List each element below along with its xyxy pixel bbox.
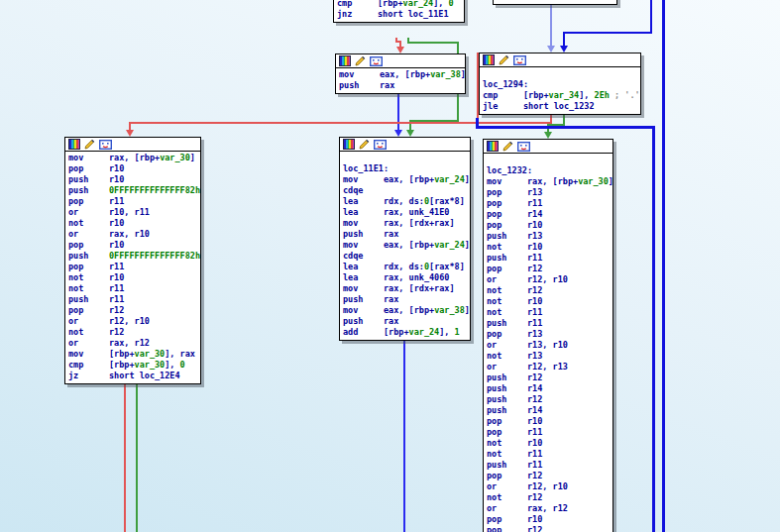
asm-line[interactable]: not r10 xyxy=(487,296,613,307)
asm-line[interactable]: add [rbp+var_24], 1 xyxy=(343,327,470,338)
basic-block-left[interactable]: mov rax, [rbp+var_30]pop r10push r10push… xyxy=(64,137,201,384)
snapshot-icon[interactable] xyxy=(517,142,530,152)
asm-line[interactable]: push rax xyxy=(339,80,465,91)
asm-line[interactable]: pop r10 xyxy=(68,163,200,174)
pencil-edit-icon[interactable] xyxy=(499,54,509,65)
asm-line[interactable]: push r10 xyxy=(68,174,200,185)
asm-line[interactable]: not r10 xyxy=(68,272,200,283)
graph-view-canvas[interactable]: { "app": {"name": "IDA Pro", "view": "di… xyxy=(0,0,780,532)
asm-line[interactable]: or r12, r13 xyxy=(487,362,613,372)
asm-line[interactable]: not r13 xyxy=(487,351,613,362)
asm-line[interactable]: not r12 xyxy=(487,285,613,296)
snapshot-icon[interactable] xyxy=(370,56,383,66)
asm-line[interactable]: or r12, r10 xyxy=(487,481,613,492)
asm-line[interactable]: pop r13 xyxy=(487,187,613,198)
asm-line[interactable]: lea rdx, ds:0[rax*8] xyxy=(343,196,470,207)
asm-line[interactable]: cmp [rbp+var_24], 0 xyxy=(337,0,464,9)
pencil-edit-icon[interactable] xyxy=(84,139,95,150)
asm-line[interactable] xyxy=(487,155,613,165)
asm-line[interactable]: mov rax, [rdx+rax] xyxy=(343,283,470,294)
asm-line[interactable]: or r10, r11 xyxy=(68,207,200,218)
asm-line[interactable]: push r14 xyxy=(487,405,613,416)
asm-line[interactable]: cdqe xyxy=(343,185,470,196)
basic-block-entry[interactable]: mov [rbp+var_38], eaxcmp [rbp+var_24], 0… xyxy=(333,0,465,23)
asm-line[interactable]: loc_1294: xyxy=(483,79,640,90)
pencil-edit-icon[interactable] xyxy=(359,139,370,150)
asm-line[interactable]: mov eax, [rbp+var_24] xyxy=(343,174,470,185)
basic-block-cut-top[interactable] xyxy=(493,0,617,5)
asm-line[interactable]: pop r10 xyxy=(487,416,613,427)
asm-line[interactable]: pop r10 xyxy=(68,240,200,251)
asm-line[interactable]: push r11 xyxy=(487,460,613,471)
asm-line[interactable]: pop r12 xyxy=(487,471,613,481)
color-palette-icon[interactable] xyxy=(487,141,499,152)
asm-line[interactable]: push 0FFFFFFFFFFFFFF82h xyxy=(68,185,200,196)
asm-line[interactable]: pop r13 xyxy=(487,329,613,340)
asm-line[interactable]: loc_1232: xyxy=(487,165,613,176)
asm-line[interactable]: mov rax, [rdx+rax] xyxy=(343,218,470,229)
asm-line[interactable]: mov [rbp+var_30], rax xyxy=(68,349,200,360)
asm-line[interactable]: jnz short loc_11E1 xyxy=(337,9,464,20)
basic-block-loc-1232[interactable]: loc_1232:mov rax, [rbp+var_30]pop r13pop… xyxy=(483,139,613,532)
asm-line[interactable]: mov rax, [rbp+var_30] xyxy=(487,176,613,187)
asm-line[interactable]: push rax xyxy=(343,294,470,305)
basic-block-fallthrough[interactable]: mov eax, [rbp+var_38]push rax xyxy=(335,53,466,94)
asm-line[interactable]: or r12, r10 xyxy=(68,316,200,327)
color-palette-icon[interactable] xyxy=(343,139,355,150)
asm-line[interactable]: not r11 xyxy=(68,283,200,294)
asm-line[interactable]: jle short loc_1232 xyxy=(483,101,640,112)
snapshot-icon[interactable] xyxy=(99,140,112,150)
asm-line[interactable]: not r12 xyxy=(68,327,200,338)
asm-line[interactable]: or r13, r10 xyxy=(487,340,613,351)
asm-line[interactable]: cmp [rbp+var_34], 2Eh ; '.' xyxy=(483,90,640,101)
asm-line[interactable]: not r10 xyxy=(487,242,613,253)
pencil-edit-icon[interactable] xyxy=(355,55,366,66)
color-palette-icon[interactable] xyxy=(339,55,351,66)
asm-line[interactable]: lea rdx, ds:0[rax*8] xyxy=(343,262,470,272)
asm-line[interactable]: push r12 xyxy=(487,394,613,405)
asm-line[interactable]: mov eax, [rbp+var_38] xyxy=(339,69,465,80)
asm-line[interactable]: not r11 xyxy=(487,307,613,318)
asm-line[interactable]: pop r11 xyxy=(68,196,200,207)
asm-line[interactable]: not r12 xyxy=(487,492,613,503)
asm-line[interactable]: not r10 xyxy=(487,438,613,449)
asm-line[interactable]: push r12 xyxy=(487,372,613,383)
asm-line[interactable]: pop r10 xyxy=(487,514,613,525)
asm-line[interactable]: or rax, r12 xyxy=(487,503,613,514)
asm-line[interactable]: push rax xyxy=(343,229,470,240)
asm-line[interactable]: push r14 xyxy=(487,383,613,394)
asm-line[interactable]: push rax xyxy=(343,316,470,327)
basic-block-loc-11e1[interactable]: loc_11E1:mov eax, [rbp+var_24]cdqelea rd… xyxy=(339,137,471,341)
asm-line[interactable]: push r13 xyxy=(487,231,613,242)
snapshot-icon[interactable] xyxy=(374,140,387,150)
asm-line[interactable]: lea rax, unk_4060 xyxy=(343,272,470,283)
asm-line[interactable]: pop r12 xyxy=(487,264,613,274)
asm-line[interactable]: or rax, r12 xyxy=(68,338,200,349)
asm-line[interactable] xyxy=(343,153,470,163)
block-code[interactable]: loc_1232:mov rax, [rbp+var_30]pop r13pop… xyxy=(484,154,613,532)
asm-line[interactable]: pop r12 xyxy=(68,305,200,316)
asm-line[interactable]: cmp [rbp+var_30], 0 xyxy=(68,360,200,371)
asm-line[interactable]: pop r10 xyxy=(487,220,613,231)
asm-line[interactable]: push r11 xyxy=(487,253,613,264)
block-code[interactable]: mov eax, [rbp+var_38]push rax xyxy=(336,68,465,93)
asm-line[interactable]: or rax, r10 xyxy=(68,229,200,240)
color-palette-icon[interactable] xyxy=(68,139,80,150)
block-code[interactable]: loc_11E1:mov eax, [rbp+var_24]cdqelea rd… xyxy=(340,152,470,340)
asm-line[interactable]: pop r14 xyxy=(487,209,613,220)
block-code[interactable]: loc_1294:cmp [rbp+var_34], 2Eh ; '.'jle … xyxy=(480,67,640,114)
block-code[interactable]: mov [rbp+var_38], eaxcmp [rbp+var_24], 0… xyxy=(334,0,464,22)
asm-line[interactable]: push 0FFFFFFFFFFFFFF82h xyxy=(68,251,200,262)
asm-line[interactable]: pop r11 xyxy=(68,262,200,272)
asm-line[interactable]: not r11 xyxy=(487,449,613,460)
asm-line[interactable]: jz short loc_12E4 xyxy=(68,371,200,381)
basic-block-loc-1294[interactable]: loc_1294:cmp [rbp+var_34], 2Eh ; '.'jle … xyxy=(479,53,641,115)
asm-line[interactable]: pop r11 xyxy=(487,198,613,209)
asm-line[interactable]: pop r11 xyxy=(487,427,613,438)
asm-line[interactable]: lea rax, unk_41E0 xyxy=(343,207,470,218)
asm-line[interactable]: loc_11E1: xyxy=(343,163,470,174)
asm-line[interactable]: pop r12 xyxy=(487,525,613,532)
asm-line[interactable]: push r11 xyxy=(68,294,200,305)
pencil-edit-icon[interactable] xyxy=(502,141,513,152)
snapshot-icon[interactable] xyxy=(513,55,526,65)
